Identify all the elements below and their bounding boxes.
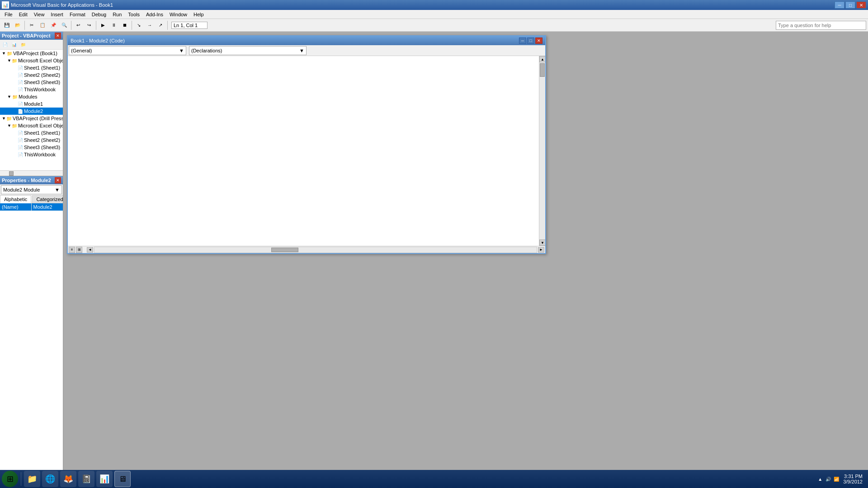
clock-date: 3/9/2012 bbox=[843, 479, 863, 484]
minimize-button[interactable]: ─ bbox=[835, 1, 844, 9]
toolbar-copy[interactable]: 📋 bbox=[38, 20, 47, 30]
tree-node[interactable]: ▼📁VBAProject (Book1) bbox=[0, 50, 63, 57]
menu-item-view[interactable]: View bbox=[31, 10, 47, 19]
toolbar-step-into[interactable]: ↘ bbox=[134, 20, 144, 30]
project-panel-close[interactable]: ✕ bbox=[55, 33, 61, 39]
tree-node-icon: 📁 bbox=[12, 123, 17, 128]
ln-col-display: Ln 1, Col 1 bbox=[171, 22, 208, 29]
tray-network[interactable]: 📶 bbox=[833, 476, 840, 482]
clock[interactable]: 3:31 PM 3/9/2012 bbox=[843, 474, 863, 484]
code-window-maximize[interactable]: □ bbox=[527, 38, 534, 44]
code-view-btn-1[interactable]: ≡ bbox=[69, 247, 75, 253]
menu-item-tools[interactable]: Tools bbox=[125, 10, 142, 19]
tree-node[interactable]: 📄Sheet1 (Sheet1) bbox=[0, 64, 63, 71]
menu-item-format[interactable]: Format bbox=[67, 10, 88, 19]
menu-item-add-ins[interactable]: Add-Ins bbox=[143, 10, 166, 19]
toolbar-run[interactable]: ▶ bbox=[98, 20, 108, 30]
tree-node[interactable]: 📄Module1 bbox=[0, 100, 63, 108]
code-bottom-bar: ≡ ⊞ ◄ ► bbox=[68, 246, 545, 253]
prop-tab-categorized[interactable]: Categorized bbox=[32, 195, 63, 203]
menu-item-insert[interactable]: Insert bbox=[48, 10, 66, 19]
tree-node[interactable]: ▼📁VBAProject (Drill Press I bbox=[0, 115, 63, 122]
code-scrollbar-h[interactable] bbox=[94, 247, 537, 253]
general-dropdown[interactable]: (General) ▼ bbox=[69, 46, 186, 55]
excel-taskbar-btn[interactable]: 📊 bbox=[96, 471, 113, 487]
code-editor-area[interactable]: ▲ ▼ bbox=[68, 56, 545, 246]
scroll-thumb-v[interactable] bbox=[540, 63, 545, 77]
scroll-left-button[interactable]: ◄ bbox=[87, 247, 93, 253]
properties-panel-title: Properties - Module2 bbox=[2, 178, 51, 183]
tree-node[interactable]: 📄Sheet3 (Sheet3) bbox=[0, 144, 63, 151]
menu-item-file[interactable]: File bbox=[2, 10, 15, 19]
toolbar-reset[interactable]: ⏹ bbox=[120, 20, 130, 30]
tree-node[interactable]: 📄ThisWorkbook bbox=[0, 151, 63, 158]
h-scroll-thumb[interactable] bbox=[9, 171, 14, 176]
code-view-btn-2[interactable]: ⊞ bbox=[76, 247, 82, 253]
toolbar-step-over[interactable]: → bbox=[145, 20, 155, 30]
tree-node-label: Sheet1 (Sheet1) bbox=[24, 65, 60, 70]
chrome-taskbar-btn[interactable]: 🌐 bbox=[42, 471, 58, 487]
tray-volume[interactable]: 🔊 bbox=[825, 476, 831, 482]
explorer-taskbar-btn[interactable]: 📁 bbox=[24, 471, 40, 487]
tree-node[interactable]: ▼📁Modules bbox=[0, 93, 63, 100]
menu-item-debug[interactable]: Debug bbox=[89, 10, 109, 19]
tree-node[interactable]: 📄Sheet2 (Sheet2) bbox=[0, 71, 63, 79]
toolbar-break[interactable]: ⏸ bbox=[109, 20, 119, 30]
properties-dropdown-arrow: ▼ bbox=[55, 187, 60, 192]
tree-node[interactable]: 📄Module2 bbox=[0, 108, 63, 115]
scroll-thumb-h[interactable] bbox=[271, 248, 298, 252]
menu-item-run[interactable]: Run bbox=[110, 10, 124, 19]
tray-arrow[interactable]: ▲ bbox=[817, 476, 823, 482]
project-tree[interactable]: ▼📁VBAProject (Book1)▼📁Microsoft Excel Ob… bbox=[0, 50, 63, 170]
code-window-close[interactable]: ✕ bbox=[535, 38, 542, 44]
prop-name: (Name) bbox=[0, 203, 32, 211]
start-button[interactable]: ⊞ bbox=[2, 471, 18, 487]
close-button[interactable]: ✕ bbox=[856, 1, 866, 9]
menu-item-edit[interactable]: Edit bbox=[16, 10, 30, 19]
toolbar-open[interactable]: 📂 bbox=[13, 20, 23, 30]
tree-node[interactable]: 📄Sheet1 (Sheet1) bbox=[0, 129, 63, 136]
prop-tab-alphabetic[interactable]: Alphabetic bbox=[0, 195, 31, 203]
properties-dropdown[interactable]: Module2 Module ▼ bbox=[1, 185, 62, 194]
project-toggle-folders[interactable]: 📁 bbox=[19, 41, 27, 49]
scroll-right-button[interactable]: ► bbox=[538, 247, 544, 253]
firefox-taskbar-btn[interactable]: 🦊 bbox=[60, 471, 76, 487]
main-layout: Project - VBAProject ✕ 📄 📊 📁 ▼📁VBAProjec… bbox=[0, 32, 868, 470]
declarations-dropdown-label: (Declarations) bbox=[191, 48, 222, 53]
properties-panel-close[interactable]: ✕ bbox=[55, 177, 61, 183]
main-area: Book1 - Module2 (Code) ─ □ ✕ (General) ▼… bbox=[63, 32, 868, 470]
menu-item-window[interactable]: Window bbox=[167, 10, 190, 19]
title-bar-controls: ─ □ ✕ bbox=[835, 1, 866, 9]
code-scrollbar-v[interactable]: ▲ ▼ bbox=[539, 56, 545, 246]
tree-node-icon: 📄 bbox=[18, 131, 23, 136]
toolbar-undo[interactable]: ↩ bbox=[73, 20, 83, 30]
project-scrollbar-h[interactable] bbox=[0, 170, 63, 176]
prop-row[interactable]: (Name)Module2 bbox=[0, 203, 63, 211]
maximize-button[interactable]: □ bbox=[845, 1, 855, 9]
project-view-object[interactable]: 📊 bbox=[10, 41, 18, 49]
tree-node[interactable]: ▼📁Microsoft Excel Objects bbox=[0, 57, 63, 64]
toolbar-paste[interactable]: 📌 bbox=[48, 20, 58, 30]
toolbar-redo[interactable]: ↪ bbox=[84, 20, 94, 30]
tree-node[interactable]: 📄ThisWorkbook bbox=[0, 86, 63, 93]
scroll-up-button[interactable]: ▲ bbox=[539, 56, 545, 62]
tree-node[interactable]: 📄Sheet2 (Sheet2) bbox=[0, 136, 63, 144]
tree-node[interactable]: 📄Sheet3 (Sheet3) bbox=[0, 79, 63, 86]
toolbar-find[interactable]: 🔍 bbox=[59, 20, 69, 30]
tree-node-icon: 📄 bbox=[18, 66, 23, 70]
toolbar-save[interactable]: 💾 bbox=[2, 20, 12, 30]
help-input[interactable] bbox=[776, 21, 866, 30]
project-view-code[interactable]: 📄 bbox=[1, 41, 9, 49]
toolbar-step-out[interactable]: ↗ bbox=[156, 20, 165, 30]
menu-item-help[interactable]: Help bbox=[191, 10, 207, 19]
title-bar-left: 📊 Microsoft Visual Basic for Application… bbox=[2, 1, 113, 9]
code-window-minimize[interactable]: ─ bbox=[519, 38, 526, 44]
toolbar-sep-2 bbox=[71, 21, 71, 30]
tree-node[interactable]: ▼📁Microsoft Excel Objects bbox=[0, 122, 63, 129]
onenote-taskbar-btn[interactable]: 📓 bbox=[78, 471, 94, 487]
scroll-down-button[interactable]: ▼ bbox=[539, 239, 545, 246]
scroll-track-v[interactable] bbox=[539, 62, 545, 239]
declarations-dropdown[interactable]: (Declarations) ▼ bbox=[189, 46, 307, 55]
toolbar-cut[interactable]: ✂ bbox=[27, 20, 37, 30]
vba-taskbar-btn[interactable]: 🖥 bbox=[114, 471, 131, 487]
